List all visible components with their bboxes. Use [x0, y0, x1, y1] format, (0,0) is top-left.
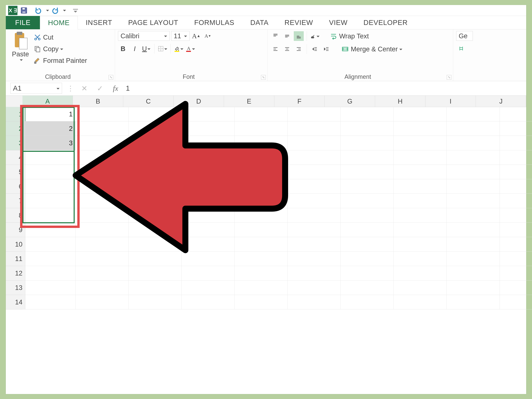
cell-F2[interactable]	[288, 121, 341, 136]
cell-H2[interactable]	[394, 121, 447, 136]
cell-I14[interactable]	[447, 295, 500, 309]
cell-A3[interactable]: 3	[22, 136, 76, 150]
cell-I13[interactable]	[447, 280, 500, 295]
cell-B4[interactable]	[76, 150, 128, 165]
cell-J13[interactable]	[500, 280, 532, 295]
cell-G11[interactable]	[341, 252, 394, 266]
column-header-G[interactable]: G	[325, 95, 375, 107]
cell-E6[interactable]	[234, 179, 288, 194]
cell-D9[interactable]	[182, 223, 234, 237]
cell-B2[interactable]	[76, 121, 128, 136]
cell-A1[interactable]: 1	[22, 107, 76, 121]
cell-F6[interactable]	[288, 179, 341, 194]
cell-H12[interactable]	[394, 266, 447, 280]
cell-C9[interactable]	[128, 223, 182, 237]
cell-A4[interactable]	[22, 150, 76, 165]
cell-C2[interactable]	[128, 121, 182, 136]
cell-G4[interactable]	[341, 150, 394, 165]
cell-J12[interactable]	[500, 266, 532, 280]
number-format-combo[interactable]: Ge	[456, 31, 473, 41]
cell-C13[interactable]	[128, 280, 182, 295]
cell-G6[interactable]	[341, 179, 394, 194]
cancel-icon[interactable]: ✕	[79, 83, 90, 94]
cell-F13[interactable]	[288, 280, 341, 295]
increase-font-button[interactable]: A▲	[191, 31, 201, 41]
cell-I12[interactable]	[447, 266, 500, 280]
column-header-B[interactable]: B	[73, 95, 123, 107]
cell-J8[interactable]	[500, 208, 532, 223]
cell-D11[interactable]	[182, 252, 234, 266]
cell-G10[interactable]	[341, 237, 394, 252]
cells-area[interactable]: 1 2 3	[22, 107, 532, 309]
cell-D4[interactable]	[182, 150, 234, 165]
cell-C6[interactable]	[128, 179, 182, 194]
cell-C8[interactable]	[128, 208, 182, 223]
cell-D8[interactable]	[182, 208, 234, 223]
align-center-button[interactable]	[282, 44, 292, 54]
cell-E9[interactable]	[234, 223, 288, 237]
save-button[interactable]	[20, 6, 28, 15]
cell-J7[interactable]	[500, 194, 532, 208]
cell-B6[interactable]	[76, 179, 128, 194]
tab-data[interactable]: DATA	[242, 16, 277, 29]
cell-H5[interactable]	[394, 165, 447, 179]
cell-H7[interactable]	[394, 194, 447, 208]
redo-dropdown[interactable]	[62, 6, 66, 15]
column-header-I[interactable]: I	[425, 95, 476, 107]
cell-B10[interactable]	[76, 237, 128, 252]
cell-H10[interactable]	[394, 237, 447, 252]
cell-J9[interactable]	[500, 223, 532, 237]
insert-function-button[interactable]: fx	[110, 83, 121, 94]
cell-H14[interactable]	[394, 295, 447, 309]
enter-icon[interactable]: ✓	[95, 83, 105, 94]
name-box[interactable]: A1	[11, 83, 62, 94]
cell-A10[interactable]	[22, 237, 76, 252]
cell-A13[interactable]	[22, 280, 76, 295]
cell-I11[interactable]	[447, 252, 500, 266]
accounting-format-button[interactable]	[456, 44, 466, 53]
cell-E4[interactable]	[234, 150, 288, 165]
tab-formulas[interactable]: FORMULAS	[186, 16, 242, 29]
cell-D7[interactable]	[182, 194, 234, 208]
cell-B1[interactable]	[76, 107, 128, 121]
column-header-D[interactable]: D	[174, 95, 224, 107]
cell-E14[interactable]	[234, 295, 288, 309]
select-all-button[interactable]	[6, 95, 23, 107]
cell-B9[interactable]	[76, 223, 128, 237]
tab-review[interactable]: REVIEW	[277, 16, 321, 29]
cell-C10[interactable]	[128, 237, 182, 252]
paste-dropdown[interactable]	[20, 58, 23, 62]
cell-C11[interactable]	[128, 252, 182, 266]
cell-H1[interactable]	[394, 107, 447, 121]
cut-button[interactable]: Cut	[34, 32, 87, 42]
cell-C7[interactable]	[128, 194, 182, 208]
cell-H3[interactable]	[394, 136, 447, 150]
cell-A9[interactable]	[22, 223, 76, 237]
cell-J4[interactable]	[500, 150, 532, 165]
column-header-F[interactable]: F	[274, 95, 325, 107]
column-header-C[interactable]: C	[123, 95, 174, 107]
cell-J14[interactable]	[500, 295, 532, 309]
bold-button[interactable]: B	[118, 44, 128, 54]
tab-home[interactable]: HOME	[40, 16, 78, 29]
align-right-button[interactable]	[294, 44, 304, 54]
cell-H11[interactable]	[394, 252, 447, 266]
cell-E12[interactable]	[234, 266, 288, 280]
cell-F8[interactable]	[288, 208, 341, 223]
tab-insert[interactable]: INSERT	[78, 16, 120, 29]
column-header-J[interactable]: J	[476, 95, 526, 107]
cell-I9[interactable]	[447, 223, 500, 237]
cell-A8[interactable]	[22, 208, 76, 223]
cell-A11[interactable]	[22, 252, 76, 266]
cell-I2[interactable]	[447, 121, 500, 136]
cell-G14[interactable]	[341, 295, 394, 309]
paste-label[interactable]: Paste	[12, 50, 29, 58]
cell-F5[interactable]	[288, 165, 341, 179]
align-bottom-button[interactable]	[294, 31, 304, 41]
cell-I4[interactable]	[447, 150, 500, 165]
cell-G13[interactable]	[341, 280, 394, 295]
cell-J1[interactable]	[500, 107, 532, 121]
cell-J2[interactable]	[500, 121, 532, 136]
column-header-A[interactable]: A	[22, 95, 73, 107]
cell-B13[interactable]	[76, 280, 128, 295]
